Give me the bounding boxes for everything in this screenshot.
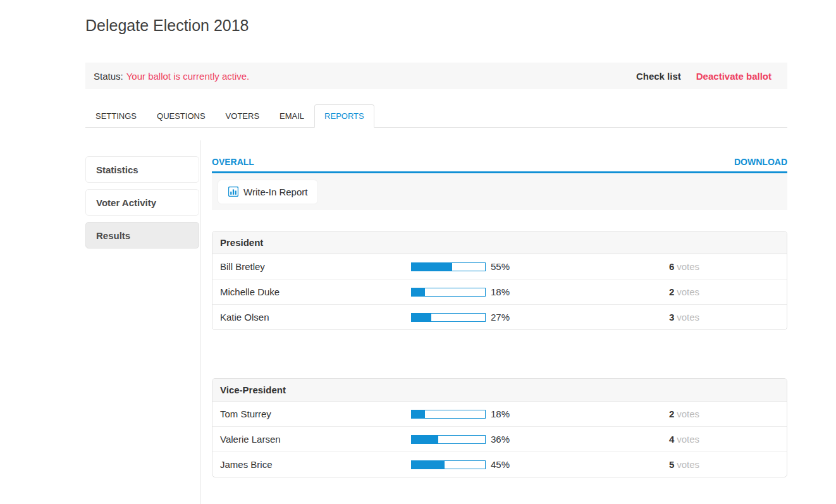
votes-word: votes — [677, 286, 699, 297]
candidate-name: Valerie Larsen — [220, 434, 411, 445]
sidebar-item-voter-activity[interactable]: Voter Activity — [85, 189, 199, 216]
download-link[interactable]: DOWNLOAD — [734, 157, 787, 167]
percent-label: 27% — [491, 312, 589, 323]
overall-link[interactable]: OVERALL — [212, 157, 254, 167]
votes-word: votes — [677, 409, 699, 419]
percent-label: 18% — [491, 286, 589, 297]
candidate-name: Katie Olsen — [220, 312, 411, 323]
result-row: Katie Olsen27%3votes — [212, 304, 787, 329]
report-header: OVERALL DOWNLOAD — [212, 157, 787, 173]
candidate-name: James Brice — [220, 459, 411, 470]
result-bar-fill — [412, 410, 425, 418]
percent-label: 55% — [491, 261, 589, 272]
tab-settings[interactable]: SETTINGS — [85, 104, 147, 127]
page: Delegate Election 2018 Status: Your ball… — [0, 15, 787, 504]
status-actions: Check list Deactivate ballot — [636, 71, 771, 82]
write-in-report-label: Write-In Report — [243, 186, 307, 198]
check-list-button[interactable]: Check list — [636, 71, 681, 82]
content: StatisticsVoter ActivityResults OVERALL … — [85, 140, 787, 504]
votes-cell: 2votes — [589, 409, 779, 419]
candidate-name: Tom Sturrey — [220, 409, 411, 419]
votes-word: votes — [677, 434, 699, 445]
votes-cell: 3votes — [589, 312, 779, 323]
tab-reports[interactable]: REPORTS — [314, 104, 374, 128]
votes-count: 5 — [669, 459, 674, 470]
votes-count: 3 — [669, 312, 674, 323]
result-bar-fill — [412, 314, 431, 321]
sidebar: StatisticsVoter ActivityResults — [85, 140, 200, 504]
results-list: PresidentBill Bretley55%6votesMichelle D… — [212, 231, 787, 477]
result-card-title: President — [212, 231, 787, 254]
page-title: Delegate Election 2018 — [85, 15, 787, 35]
result-bar-fill — [412, 263, 452, 271]
result-bar-fill — [412, 461, 445, 469]
result-bar — [411, 410, 486, 419]
deactivate-ballot-button[interactable]: Deactivate ballot — [696, 71, 771, 82]
result-card-title: Vice-President — [212, 379, 787, 402]
votes-count: 2 — [669, 286, 674, 297]
result-bar — [411, 460, 486, 469]
bar-chart-icon — [228, 187, 238, 197]
main-panel: OVERALL DOWNLOAD Write-In Report — [200, 140, 787, 504]
tab-bar: SETTINGSQUESTIONSVOTERSEMAILREPORTS — [85, 104, 787, 128]
votes-cell: 5votes — [589, 459, 779, 470]
toolbar-panel: Write-In Report — [212, 173, 787, 210]
tab-email[interactable]: EMAIL — [269, 104, 314, 127]
result-bar — [411, 288, 486, 297]
result-bar — [411, 435, 486, 444]
percent-label: 18% — [491, 409, 589, 419]
votes-count: 4 — [669, 434, 674, 445]
candidate-name: Michelle Duke — [220, 286, 411, 297]
votes-cell: 6votes — [589, 261, 779, 272]
votes-cell: 4votes — [589, 434, 779, 445]
sidebar-item-statistics[interactable]: Statistics — [85, 156, 199, 183]
votes-word: votes — [677, 312, 699, 323]
result-bar-fill — [412, 288, 425, 296]
candidate-name: Bill Bretley — [220, 261, 411, 272]
status-message: Your ballot is currently active. — [126, 71, 250, 82]
status-label: Status: — [94, 71, 123, 82]
result-row: James Brice45%5votes — [212, 452, 787, 477]
result-row: Tom Sturrey18%2votes — [212, 402, 787, 426]
votes-count: 6 — [669, 261, 674, 272]
percent-label: 36% — [491, 434, 589, 445]
tab-voters[interactable]: VOTERS — [216, 104, 269, 127]
result-bar — [411, 262, 486, 271]
tab-questions[interactable]: QUESTIONS — [147, 104, 216, 127]
votes-word: votes — [677, 459, 699, 470]
result-bar-fill — [412, 436, 438, 443]
write-in-report-button[interactable]: Write-In Report — [218, 180, 318, 204]
result-row: Bill Bretley55%6votes — [212, 254, 787, 279]
votes-cell: 2votes — [589, 286, 779, 297]
percent-label: 45% — [491, 459, 589, 470]
votes-word: votes — [677, 261, 699, 272]
sidebar-item-results[interactable]: Results — [85, 222, 199, 249]
result-bar — [411, 313, 486, 322]
votes-count: 2 — [669, 409, 674, 419]
status-bar: Status: Your ballot is currently active.… — [85, 63, 787, 89]
result-card-vice-president: Vice-PresidentTom Sturrey18%2votesValeri… — [212, 378, 787, 477]
result-card-president: PresidentBill Bretley55%6votesMichelle D… — [212, 231, 787, 330]
result-row: Michelle Duke18%2votes — [212, 279, 787, 304]
result-row: Valerie Larsen36%4votes — [212, 426, 787, 452]
